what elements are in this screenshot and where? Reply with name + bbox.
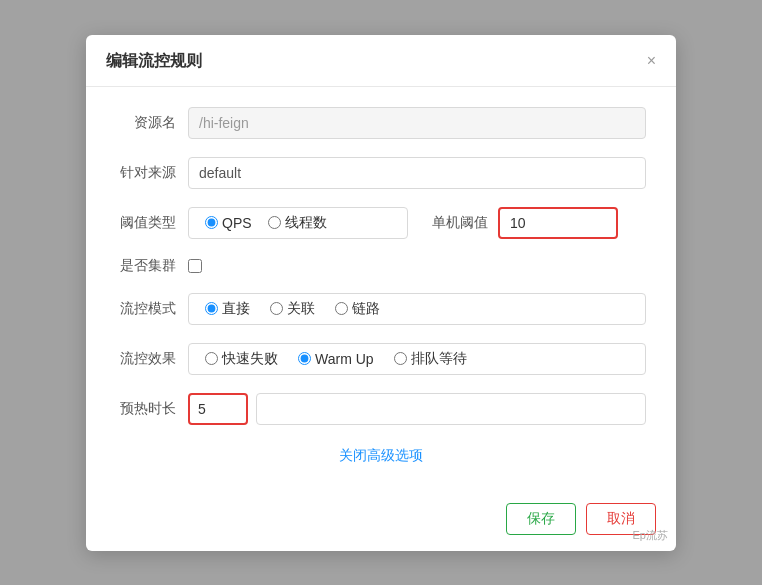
qps-label: QPS [222, 215, 252, 231]
effect-warm-up-radio[interactable] [298, 352, 311, 365]
thread-count-radio-option[interactable]: 线程数 [268, 214, 327, 232]
effect-warm-up-label: Warm Up [315, 351, 374, 367]
target-source-row: 针对来源 [116, 157, 646, 189]
cluster-row: 是否集群 [116, 257, 646, 275]
qps-radio-option[interactable]: QPS [205, 215, 252, 231]
effect-queue-radio[interactable] [394, 352, 407, 365]
cluster-checkbox[interactable] [188, 259, 202, 273]
dialog-body: 资源名 针对来源 阈值类型 QPS 线程数 [86, 87, 676, 491]
warmup-row: 预热时长 [116, 393, 646, 425]
flow-mode-row: 流控模式 直接 关联 链路 [116, 293, 646, 325]
effect-queue-label: 排队等待 [411, 350, 467, 368]
flow-mode-radio-group: 直接 关联 链路 [188, 293, 646, 325]
single-threshold-label: 单机阈值 [432, 214, 488, 232]
cluster-label: 是否集群 [116, 257, 188, 275]
resource-name-label: 资源名 [116, 114, 188, 132]
flow-mode-label: 流控模式 [116, 300, 188, 318]
flow-associate-label: 关联 [287, 300, 315, 318]
effect-fast-fail-option[interactable]: 快速失败 [205, 350, 278, 368]
target-source-input[interactable] [188, 157, 646, 189]
resource-name-row: 资源名 [116, 107, 646, 139]
flow-chain-option[interactable]: 链路 [335, 300, 380, 318]
thread-count-radio[interactable] [268, 216, 281, 229]
close-button[interactable]: × [647, 53, 656, 69]
dialog-footer: 保存 取消 [86, 491, 676, 551]
effect-fast-fail-radio[interactable] [205, 352, 218, 365]
flow-chain-radio[interactable] [335, 302, 348, 315]
flow-chain-label: 链路 [352, 300, 380, 318]
threshold-type-radio-group: QPS 线程数 [188, 207, 408, 239]
watermark: Ep流苏 [633, 528, 668, 543]
threshold-row: 阈值类型 QPS 线程数 单机阈值 [116, 207, 646, 239]
warmup-input-box [188, 393, 248, 425]
effect-warm-up-option[interactable]: Warm Up [298, 351, 374, 367]
qps-radio[interactable] [205, 216, 218, 229]
dialog-title: 编辑流控规则 [106, 51, 202, 72]
flow-effect-label: 流控效果 [116, 350, 188, 368]
save-button[interactable]: 保存 [506, 503, 576, 535]
effect-fast-fail-label: 快速失败 [222, 350, 278, 368]
target-source-label: 针对来源 [116, 164, 188, 182]
flow-associate-option[interactable]: 关联 [270, 300, 315, 318]
flow-direct-option[interactable]: 直接 [205, 300, 250, 318]
warmup-extra-input[interactable] [256, 393, 646, 425]
effect-queue-option[interactable]: 排队等待 [394, 350, 467, 368]
threshold-type-label: 阈值类型 [116, 214, 188, 232]
advanced-options-row: 关闭高级选项 [116, 443, 646, 475]
flow-associate-radio[interactable] [270, 302, 283, 315]
flow-direct-radio[interactable] [205, 302, 218, 315]
edit-flow-rule-dialog: 编辑流控规则 × 资源名 针对来源 阈值类型 QPS [86, 35, 676, 551]
single-threshold-input[interactable] [498, 207, 618, 239]
warmup-duration-label: 预热时长 [116, 400, 188, 418]
dialog-header: 编辑流控规则 × [86, 35, 676, 87]
resource-name-input[interactable] [188, 107, 646, 139]
dialog-overlay: 编辑流控规则 × 资源名 针对来源 阈值类型 QPS [0, 0, 762, 585]
thread-count-label: 线程数 [285, 214, 327, 232]
flow-direct-label: 直接 [222, 300, 250, 318]
flow-effect-row: 流控效果 快速失败 Warm Up 排队等待 [116, 343, 646, 375]
flow-effect-radio-group: 快速失败 Warm Up 排队等待 [188, 343, 646, 375]
advanced-options-link[interactable]: 关闭高级选项 [339, 447, 423, 463]
warmup-duration-input[interactable] [198, 401, 238, 417]
